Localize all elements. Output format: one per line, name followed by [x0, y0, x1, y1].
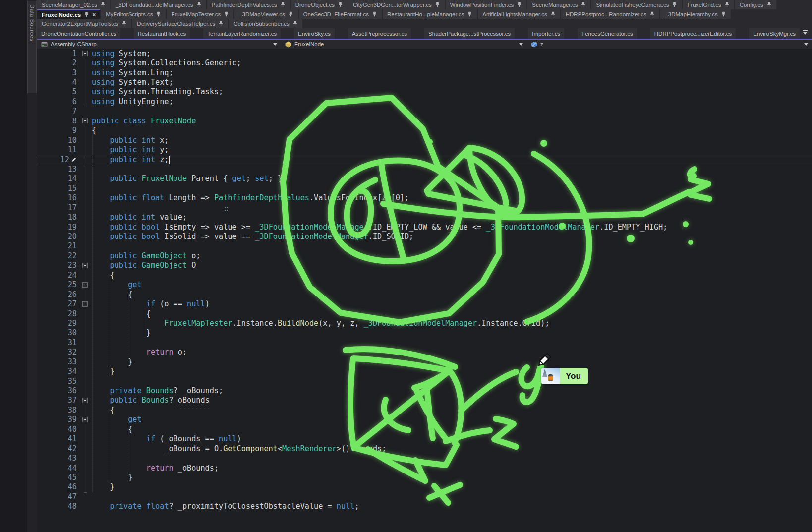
member-dropdown[interactable]: z [527, 40, 812, 49]
editor-tab[interactable]: CityGen3DGen...torWrapper.cs [348, 0, 445, 9]
editor-tab[interactable]: HDRPPostproce...izerEditor.cs [650, 28, 736, 39]
code-line[interactable]: 34 } [37, 366, 812, 376]
editor-tab[interactable]: _3DFoundatio...delManager.cs [111, 0, 206, 9]
editor-tab[interactable]: Importer.cs [528, 28, 564, 39]
editor-tab[interactable]: DroneObject.cs [291, 0, 348, 9]
code-line[interactable]: 48 private float? _proximityToClosestObs… [37, 502, 812, 511]
code-line[interactable]: 27 if (o == null) [37, 299, 812, 308]
code-line[interactable]: 29 FruxelMapTester.Instance.BuildNode(x,… [37, 318, 812, 328]
code-line[interactable]: 41 if (_oBounds == null) [37, 434, 812, 444]
editor-tab[interactable]: _3DMapHierarchy.cs [660, 9, 731, 19]
code-line[interactable]: 39 get [37, 415, 812, 424]
code-line[interactable]: 24 { [37, 270, 812, 280]
editor-tab[interactable]: Generator2ExportMapTools.cs [37, 19, 131, 28]
code-line[interactable]: 22 public GameObject o; [37, 251, 812, 260]
fold-collapse-box[interactable] [78, 263, 92, 268]
code-line[interactable]: 35 [37, 376, 812, 386]
editor-tab[interactable]: SimulatedFisheyeCamera.cs [591, 0, 682, 9]
code-line[interactable]: 43 [37, 453, 812, 463]
editor-tab[interactable]: DroneOrientationController.cs [37, 28, 120, 39]
code-line[interactable]: 3using System.Linq; [37, 68, 812, 77]
code-line[interactable]: 32 return o; [37, 348, 812, 357]
editor-tab[interactable]: PathfinderDepthValues.cs [207, 0, 290, 9]
code-line[interactable]: 17 [37, 203, 812, 212]
fold-collapse-box[interactable] [78, 398, 92, 403]
code-line[interactable]: 45 } [37, 473, 812, 482]
project-dropdown[interactable]: Assembly-CSharp [37, 40, 281, 49]
fold-collapse-box[interactable] [78, 118, 92, 123]
code-line[interactable]: 4using System.Text; [37, 77, 812, 87]
code-line[interactable]: 19 public bool IsEmpty => value >= _3DFo… [37, 222, 812, 232]
editor-tab[interactable]: SceneManager_02.cs [37, 0, 110, 9]
editor-tab[interactable]: HDRPPostproc...Randomizer.cs [561, 9, 660, 19]
editor-tab[interactable]: MyEditorScripts.cs [101, 9, 166, 19]
code-line[interactable]: 20 public bool IsSolid => value == _3DFo… [37, 232, 812, 241]
code-line[interactable]: 11 public int y; [37, 145, 812, 154]
code-line[interactable]: 16 public float Length => PathfinderDept… [37, 193, 812, 203]
code-line[interactable]: 18 public int value; [37, 212, 812, 222]
line-number: 17 [37, 203, 78, 212]
code-line[interactable]: 31 [37, 338, 812, 347]
editor-tab[interactable]: AssetPreprocessor.cs [348, 28, 411, 39]
editor-tab[interactable]: EnviroSky.cs [294, 28, 335, 39]
type-name: FruxelNode [294, 41, 324, 47]
code-line[interactable]: 12 public int z; [37, 155, 812, 164]
data-sources-label: Data Sources [29, 1, 35, 41]
code-line[interactable]: 7 [37, 107, 812, 116]
code-line[interactable]: 10 public int x; [37, 135, 812, 145]
editor-tab[interactable]: RestaurantHook.cs [134, 28, 190, 39]
editor-tab[interactable]: EnviroSkyMgr.cs [749, 28, 800, 39]
tab-label: OneSec3D_FileFormat.cs [303, 11, 369, 17]
editor-tab[interactable]: Config.cs [735, 0, 776, 9]
editor-tab[interactable]: RestaurantHo...pleManager.cs [383, 9, 477, 19]
code-line[interactable]: 8public class FruxelNode [37, 116, 812, 125]
editor-tab[interactable]: OneSec3D_FileFormat.cs [299, 9, 382, 19]
code-line[interactable]: 5using System.Threading.Tasks; [37, 87, 812, 97]
editor-tab[interactable]: DeliverySurfaceClassHelper.cs [132, 19, 228, 28]
code-line[interactable]: 42 _oBounds = O.GetComponent<MeshRendere… [37, 444, 812, 453]
editor-tab[interactable]: FencesGenerator.cs [578, 28, 637, 39]
editor-tab[interactable]: FruxelGrid.cs [683, 0, 734, 9]
editor-tab[interactable]: FruxelMapTester.cs [167, 9, 233, 19]
editor-tab[interactable]: SceneManager.cs [527, 0, 590, 9]
editor-tab[interactable]: FruxelNode.cs× [37, 9, 100, 19]
code-line[interactable]: 15 [37, 183, 812, 193]
code-line[interactable]: 25 get [37, 280, 812, 290]
close-icon[interactable]: × [92, 12, 96, 18]
tab-label: WindowPositionFinder.cs [450, 2, 514, 8]
code-line[interactable]: 46 } [37, 482, 812, 492]
code-line[interactable]: 44 return _oBounds; [37, 463, 812, 473]
editor-tab[interactable]: ArtificialLightsManager.cs [478, 9, 560, 19]
tab-list-dropdown-icon[interactable] [803, 30, 808, 35]
code-editor[interactable]: 1using System;2using System.Collections.… [37, 49, 812, 532]
editor-tab[interactable]: _3DMapViewer.cs [234, 9, 297, 19]
editor-tab[interactable]: CollisionSubscriber.cs [229, 19, 302, 28]
editor-tab[interactable]: ShaderPackage...stProcessor.cs [424, 28, 515, 39]
code-line[interactable]: 14 public FruxelNode Parent { get; set; … [37, 174, 812, 183]
code-line[interactable]: 21 [37, 241, 812, 251]
code-line[interactable]: 23 public GameObject O [37, 261, 812, 270]
code-line[interactable]: 36 private Bounds? _oBounds; [37, 386, 812, 395]
code-line[interactable]: 28 { [37, 309, 812, 318]
code-line[interactable]: 6using UnityEngine; [37, 97, 812, 106]
code-line[interactable]: 33 } [37, 357, 812, 366]
code-line[interactable]: 2using System.Collections.Generic; [37, 58, 812, 67]
code-line[interactable]: 47 [37, 492, 812, 501]
code-line[interactable]: 1using System; [37, 49, 812, 58]
code-line[interactable]: 26 { [37, 290, 812, 299]
fold-collapse-box[interactable] [78, 282, 92, 288]
code-line[interactable]: 9{ [37, 126, 812, 135]
editor-tab[interactable]: WindowPositionFinder.cs [446, 0, 526, 9]
data-sources-tool-tab[interactable]: Data Sources [27, 1, 37, 93]
tab-row-3: Generator2ExportMapTools.csDeliverySurfa… [37, 19, 812, 28]
fold-collapse-box[interactable] [78, 417, 92, 422]
type-dropdown[interactable]: FruxelNode [281, 40, 527, 49]
fold-collapse-box[interactable] [78, 51, 92, 56]
code-line[interactable]: 38 { [37, 405, 812, 414]
editor-tab[interactable]: TerrainLayerRandomizer.cs [203, 28, 281, 39]
code-line[interactable]: 13 [37, 164, 812, 174]
code-line[interactable]: 40 { [37, 424, 812, 434]
fold-collapse-box[interactable] [78, 301, 92, 307]
code-line[interactable]: 30 } [37, 328, 812, 338]
code-line[interactable]: 37 public Bounds? oBounds [37, 396, 812, 405]
